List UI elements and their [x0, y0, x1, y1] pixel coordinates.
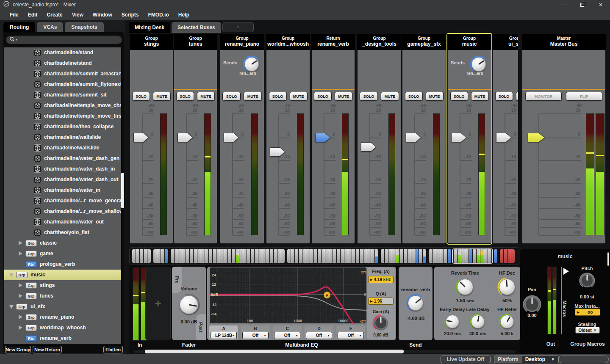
overview-bus-cell[interactable]: [360, 249, 363, 263]
overview-bus-cell[interactable]: [480, 249, 484, 263]
pitch-knob[interactable]: [579, 272, 596, 289]
tree-row[interactable]: Grpui_sfx: [4, 301, 121, 312]
overview-bus-cell[interactable]: [337, 249, 340, 263]
tree-row[interactable]: Grpclassic: [4, 238, 121, 248]
overview-bus-cell[interactable]: [400, 249, 403, 263]
overview-bus-cell[interactable]: [147, 249, 151, 263]
fader-handle[interactable]: [177, 133, 193, 142]
reverb-knob[interactable]: [444, 313, 461, 330]
overview-bus-cell[interactable]: [344, 249, 348, 263]
chevron-right-icon[interactable]: [19, 251, 22, 256]
menu-help[interactable]: Help: [174, 12, 194, 18]
overview-bus-cell[interactable]: [356, 249, 359, 263]
tree-row[interactable]: char/badeline/stand: [4, 58, 121, 69]
strip-header[interactable]: Groupgameplay_sfx: [402, 34, 446, 50]
overview-bus-cell[interactable]: [239, 249, 243, 263]
tree-row[interactable]: char/madeline/...r_move_shallow: [4, 206, 121, 217]
overview-bus-cell[interactable]: [404, 249, 407, 263]
overview-bus-cell[interactable]: [484, 249, 488, 263]
fader-handle[interactable]: [270, 147, 285, 157]
platform-selector[interactable]: Platform Desktop▼: [494, 356, 559, 363]
overview-bus-cell[interactable]: [216, 249, 220, 263]
overview-bus-cell[interactable]: [262, 249, 266, 263]
tree-row[interactable]: Grpstings: [4, 280, 121, 291]
tree-row[interactable]: char/madeline/summit_sit: [4, 90, 121, 100]
overview-bus-cell[interactable]: [392, 249, 396, 263]
menu-create[interactable]: Create: [42, 12, 67, 18]
overview-bus-cell[interactable]: [270, 249, 273, 263]
overview-bus-cell[interactable]: [494, 249, 497, 263]
overview-bus-cell[interactable]: [352, 249, 355, 263]
solo-button[interactable]: SOLO: [314, 92, 332, 101]
eq-graph[interactable]: A 24 12 0dB -12 -24 100 1000 10000 2π: [210, 267, 366, 323]
overview-bus-cell[interactable]: [415, 249, 419, 263]
overview-bus-cell[interactable]: [287, 249, 291, 263]
tree-row[interactable]: char/madeline/water_dash_gen: [4, 153, 121, 164]
mixer-strip-ui_sf[interactable]: Grouui_sfSOLOMUTEdB100-10-20-30-40-50-60…: [492, 34, 518, 244]
mixer-strip-stings[interactable]: GroupstingsSOLOMUTEdB100-10-20-30-40-50-…: [130, 34, 173, 244]
overview-bus-cell[interactable]: [458, 249, 461, 263]
overview-bus-cell[interactable]: [161, 249, 164, 263]
overview-bus-cell[interactable]: [175, 249, 178, 263]
overview-bus-cell[interactable]: [291, 249, 294, 263]
stealing-dropdown[interactable]: Oldest▼: [575, 327, 600, 334]
overview-bus-cell[interactable]: [186, 249, 189, 263]
overview-bus-cell[interactable]: [140, 249, 143, 263]
restore-button[interactable]: [573, 0, 591, 9]
overview-bus-cell[interactable]: [243, 249, 247, 263]
tree-row[interactable]: char/madeline/theo_collapse: [4, 121, 121, 132]
overview-bus-cell[interactable]: [197, 249, 201, 263]
chevron-right-icon[interactable]: [19, 315, 22, 319]
sidebar-scrollbar[interactable]: [121, 173, 124, 208]
overview-bus-cell[interactable]: [306, 249, 310, 263]
overview-bus-cell[interactable]: [469, 249, 472, 263]
tree-row[interactable]: char/madeline/water_in: [4, 185, 121, 196]
overview-bus-cell[interactable]: [329, 249, 333, 263]
overview-bus-cell[interactable]: [157, 249, 161, 263]
mute-button[interactable]: MUTE: [471, 92, 489, 101]
overview-bus-cell[interactable]: [165, 249, 168, 263]
solo-button[interactable]: SOLO: [360, 92, 378, 101]
overview-bus-cell[interactable]: [220, 249, 224, 263]
live-update-button[interactable]: Live Update Off: [441, 356, 491, 363]
overview-bus-cell[interactable]: [385, 249, 388, 263]
solo-button[interactable]: SOLO: [495, 92, 513, 101]
overview-bus-cell[interactable]: [444, 249, 447, 263]
bus-overview-strip[interactable]: [129, 247, 519, 265]
freq-value-box[interactable]: ▶4.19 kHz: [368, 276, 394, 283]
solo-button[interactable]: SOLO: [132, 92, 150, 101]
overview-bus-cell[interactable]: [190, 249, 193, 263]
mixer-strip-worldmwhoosh[interactable]: Groupworldm...whooshSOLOMUTEdB100-10-20-…: [266, 34, 310, 244]
solo-button[interactable]: SOLO: [269, 92, 287, 101]
eq-band-type-dropdown[interactable]: Off▼: [274, 332, 300, 339]
add-effect-button[interactable]: +: [145, 267, 171, 340]
overview-bus-cell[interactable]: [388, 249, 392, 263]
mute-button[interactable]: MUTE: [244, 92, 262, 101]
overview-bus-cell[interactable]: [266, 249, 269, 263]
overview-bus-cell[interactable]: [247, 249, 250, 263]
reverb-knob[interactable]: [455, 277, 475, 297]
tree-row[interactable]: char/madeline/summit_flytonext: [4, 79, 121, 90]
overview-bus-cell[interactable]: [258, 249, 262, 263]
overview-bus-cell[interactable]: [433, 249, 436, 263]
tab-routing[interactable]: Routing: [3, 22, 35, 32]
mute-button[interactable]: MUTE: [381, 92, 399, 101]
overview-bus-cell[interactable]: [274, 249, 277, 263]
tree-row[interactable]: char/theo/yolo_fist: [4, 227, 121, 238]
fader-handle[interactable]: [528, 133, 545, 142]
overview-bus-cell[interactable]: [213, 249, 216, 263]
strip-header[interactable]: Groupstings: [130, 34, 173, 50]
mixer-strip-rename_piano[interactable]: Grouprename_pianoSendsren...erbSOLOMUTEd…: [220, 34, 264, 244]
overview-bus-cell[interactable]: [423, 249, 426, 263]
tree-row[interactable]: char/madeline/water_dash_out: [4, 174, 121, 185]
chevron-right-icon[interactable]: [19, 241, 22, 245]
fader-handle[interactable]: [315, 133, 330, 142]
tree-row[interactable]: Grpgame: [4, 248, 121, 259]
new-return-button[interactable]: New Return: [33, 346, 62, 353]
overview-bus-cell[interactable]: [440, 249, 444, 263]
overview-bus-cell[interactable]: [153, 249, 157, 263]
mute-button[interactable]: MUTE: [197, 92, 215, 101]
solo-button[interactable]: SOLO: [222, 92, 241, 101]
tree-row[interactable]: Grpmusic: [4, 270, 121, 280]
solo-button[interactable]: SOLO: [176, 92, 194, 101]
